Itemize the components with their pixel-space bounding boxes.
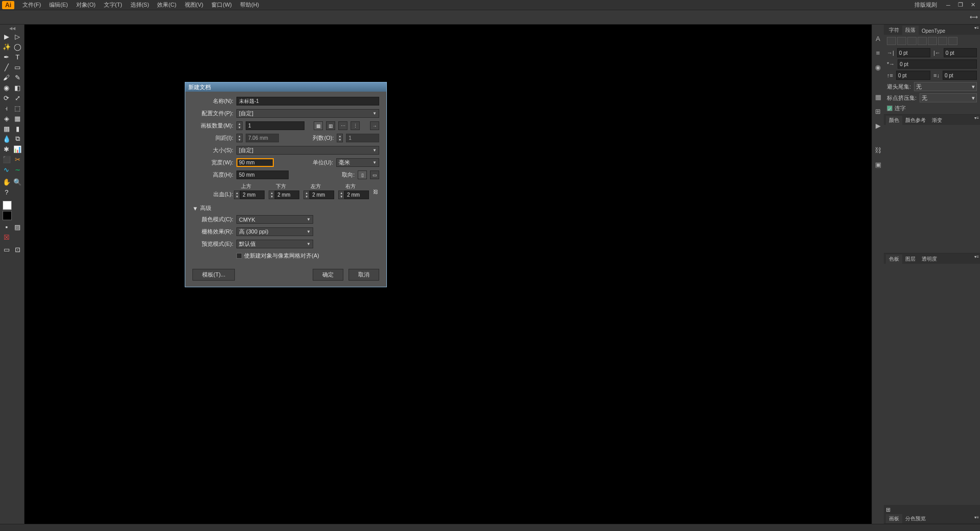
help-tool[interactable]: ? <box>1 187 12 197</box>
hyphenate-checkbox[interactable]: ✓ 连字 <box>887 104 977 112</box>
eyedropper-tool[interactable]: 💧 <box>1 134 12 144</box>
stroke-panel-icon[interactable]: ▣ <box>874 160 883 169</box>
free-transform-tool[interactable]: ⬚ <box>12 103 24 113</box>
menu-view[interactable]: 视图(V) <box>181 0 208 10</box>
bleed-top-input[interactable]: 2 mm <box>240 190 265 199</box>
gradient-mode-icon[interactable]: ▨ <box>12 222 24 232</box>
pencil-tool[interactable]: ✎ <box>12 72 24 82</box>
type-panel-icon[interactable]: A <box>874 34 883 43</box>
menu-window[interactable]: 窗口(W) <box>207 0 236 10</box>
options-collapse-icon[interactable]: ⟷ <box>970 14 978 20</box>
bleed-bottom-spinner[interactable]: ▲▼ <box>269 190 275 199</box>
columns-spinner[interactable]: ▲▼ <box>337 134 343 142</box>
slice-tool[interactable]: ✂ <box>12 154 24 164</box>
align-left-button[interactable] <box>887 37 896 45</box>
height-input[interactable]: 50 mm <box>236 171 289 179</box>
magic-wand-tool[interactable]: ✨ <box>1 41 12 52</box>
paragraph-panel-icon[interactable]: ≡ <box>874 48 883 57</box>
indent-left-input[interactable]: 0 pt <box>897 48 930 57</box>
hand-tool[interactable]: ✋ <box>1 177 12 187</box>
gradient-tool[interactable]: ▮ <box>12 123 24 134</box>
rectangle-tool[interactable]: ▭ <box>12 62 24 72</box>
tab-paragraph[interactable]: 段落 <box>902 26 919 35</box>
raster-select[interactable]: 高 (300 ppi)▼ <box>236 227 313 236</box>
justify-right-button[interactable] <box>938 37 947 45</box>
paintbrush-tool[interactable]: 🖌 <box>1 72 12 82</box>
type-tool[interactable]: T <box>12 52 24 62</box>
none-mode-icon[interactable]: ☒ <box>1 232 12 242</box>
line-tool[interactable]: ╱ <box>1 62 12 72</box>
minimize-button[interactable]: ─ <box>943 1 953 9</box>
artboard-tool[interactable]: ⬛ <box>1 154 12 164</box>
perspective-tool[interactable]: ▦ <box>12 113 24 123</box>
bleed-link-icon[interactable]: ⛓ <box>372 184 379 199</box>
swatches-panel-menu-icon[interactable]: ▾≡ <box>974 254 979 259</box>
color-mode-select[interactable]: CMYK▼ <box>236 215 313 224</box>
appearance-panel-icon[interactable]: ◉ <box>874 62 883 72</box>
layout-rules-dropdown[interactable]: 排版规则 <box>910 0 941 10</box>
indent-right-input[interactable]: 0 pt <box>944 48 977 57</box>
align-right-button[interactable] <box>907 37 917 45</box>
screen-mode-icon[interactable]: ▭ <box>1 244 12 254</box>
columns-input[interactable]: 1 <box>346 134 379 142</box>
tab-transparency[interactable]: 透明度 <box>919 254 940 264</box>
blend-tool[interactable]: ⧉ <box>12 134 24 144</box>
preview-select[interactable]: 默认值▼ <box>236 240 313 248</box>
tab-swatches[interactable]: 色板 <box>886 254 902 264</box>
menu-file[interactable]: 文件(F) <box>18 0 45 10</box>
rotate-tool[interactable]: ⟳ <box>1 93 12 103</box>
space-before-input[interactable]: 0 pt <box>896 71 930 80</box>
profile-select[interactable]: [自定]▼ <box>236 109 379 118</box>
width-tool[interactable]: ⫞ <box>1 103 12 113</box>
bleed-left-spinner[interactable]: ▲▼ <box>303 190 310 199</box>
menu-edit[interactable]: 编辑(E) <box>45 0 72 10</box>
size-select[interactable]: [自定]▼ <box>236 146 379 155</box>
bleed-bottom-input[interactable]: 2 mm <box>275 190 299 199</box>
artboards-input[interactable]: 1 <box>246 121 304 130</box>
transform-panel-icon[interactable]: ⊞ <box>874 107 883 116</box>
grid-by-col-icon[interactable]: ▥ <box>326 121 335 130</box>
menu-effect[interactable]: 效果(C) <box>153 0 180 10</box>
first-line-input[interactable]: 0 pt <box>898 59 977 69</box>
tab-artboards[interactable]: 画板 <box>886 514 902 523</box>
grid-by-row-icon[interactable]: ▦ <box>314 121 323 130</box>
tab-layers[interactable]: 图层 <box>902 254 919 264</box>
bottom-panel-menu-icon[interactable]: ▾≡ <box>974 515 979 520</box>
width-input[interactable]: 90 mm <box>236 158 274 167</box>
arrange-row-icon[interactable]: ⋯ <box>338 121 347 130</box>
mojikumi-select[interactable]: 无▾ <box>920 93 977 102</box>
maximize-button[interactable]: ❐ <box>955 1 966 9</box>
spacing-input[interactable]: 7.06 mm <box>246 134 279 142</box>
zoom-tool[interactable]: 🔍 <box>12 177 24 187</box>
artboards-spinner[interactable]: ▲▼ <box>236 121 243 130</box>
menu-help[interactable]: 帮助(H) <box>236 0 263 10</box>
fill-stroke-swatches[interactable] <box>1 199 23 222</box>
cancel-button[interactable]: 取消 <box>349 269 379 281</box>
justify-left-button[interactable] <box>918 37 927 45</box>
template-button[interactable]: 模板(T)... <box>192 269 235 281</box>
color-mode-icon[interactable]: ▪ <box>1 222 12 232</box>
eraser-tool[interactable]: ◧ <box>12 82 24 93</box>
color-panel-menu-icon[interactable]: ▾≡ <box>974 116 979 120</box>
spacing-spinner[interactable]: ▲▼ <box>236 134 243 142</box>
kinsoku-select[interactable]: 无▾ <box>914 82 977 91</box>
tab-gradient[interactable]: 渐变 <box>929 116 945 125</box>
space-after-input[interactable]: 0 pt <box>943 71 977 80</box>
symbol-sprayer-tool[interactable]: ✱ <box>1 144 12 154</box>
bleed-top-spinner[interactable]: ▲▼ <box>234 190 240 199</box>
scale-tool[interactable]: ⤢ <box>12 93 24 103</box>
actions-panel-icon[interactable]: ▶ <box>874 121 883 130</box>
change-screen-icon[interactable]: ⊡ <box>12 244 24 254</box>
move-tool[interactable]: ∿ <box>1 164 12 175</box>
bleed-left-input[interactable]: 2 mm <box>310 190 334 199</box>
tools-collapse-icon[interactable]: ◀◀ <box>1 26 23 31</box>
align-center-button[interactable] <box>897 37 906 45</box>
selection-tool[interactable]: ▶ <box>1 31 12 41</box>
pixel-align-checkbox[interactable]: 使新建对象与像素网格对齐(A) <box>236 252 319 260</box>
pen-tool[interactable]: ✒ <box>1 52 12 62</box>
mesh-tool[interactable]: ▩ <box>1 123 12 134</box>
wrinkle-tool[interactable]: ∼ <box>12 164 24 175</box>
orientation-portrait-icon[interactable]: ▯ <box>358 171 367 179</box>
justify-center-button[interactable] <box>928 37 937 45</box>
tab-color-guide[interactable]: 颜色参考 <box>902 116 929 125</box>
